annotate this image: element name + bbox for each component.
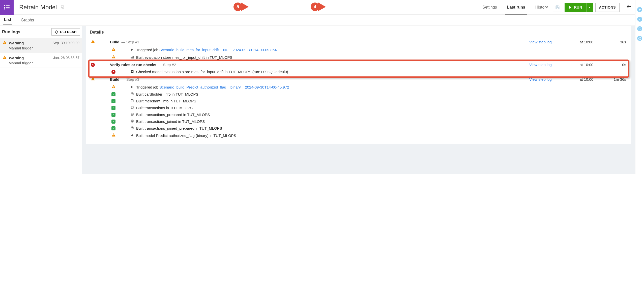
sub-row-text: Built merchant_info in TUT_MLOPS [136,99,196,103]
db-icon [130,112,134,117]
success-icon: ✓ [111,92,115,96]
tab-settings[interactable]: Settings [477,0,502,15]
svg-rect-18 [113,50,114,50]
back-arrow-icon[interactable] [623,4,635,11]
success-icon: ✓ [111,113,115,117]
step-duration: 36s [607,40,628,44]
rail-add-icon[interactable] [637,7,642,12]
run-logs-heading: Run logs [2,30,20,35]
svg-point-31 [131,93,133,93]
svg-point-36 [131,127,133,127]
run-dropdown-button[interactable] [586,3,593,12]
svg-marker-19 [131,48,133,51]
success-icon: ✓ [111,120,115,124]
subtab-list[interactable]: List [3,15,12,25]
step-name: Build [110,40,120,44]
db-icon [130,99,134,103]
warning-icon [3,40,7,45]
svg-rect-6 [62,6,64,8]
refresh-button[interactable]: REFRESH [51,28,80,36]
db-icon [130,126,134,130]
warning-icon [111,84,116,90]
play-icon [130,48,134,52]
svg-point-32 [131,99,133,100]
svg-rect-11 [5,42,5,43]
subtab-graphs[interactable]: Graphs [20,15,35,25]
step-sub-row: ✕Checked model evaluation store mes_for_… [89,68,629,75]
job-link[interactable]: Scenario_build_Predict_authorized_flag__… [159,85,289,89]
step-block: ✕Verify rules or run checks — Step #2Vie… [89,61,629,75]
step-time: at 10:00 [580,77,607,81]
job-link[interactable]: Scenario_build_mes_for_input_drift__NP__… [159,48,277,52]
svg-rect-14 [5,58,5,58]
tab-history[interactable]: History [530,0,553,15]
page-title: Retrain Model [19,4,57,11]
svg-rect-25 [131,70,133,73]
tab-last-runs[interactable]: Last runs [502,0,530,15]
warning-icon [111,47,116,52]
sub-row-text: Built cardholder_info in TUT_MLOPS [136,92,198,96]
success-icon: ✓ [111,106,115,110]
svg-rect-12 [5,43,5,43]
rail-clock-icon[interactable] [637,36,642,41]
sub-row-text: Triggered job Scenario_build_Predict_aut… [136,85,289,89]
view-step-log-link[interactable]: View step log [529,77,552,81]
step-sub-row: ✓Built transactions_joined in TUT_MLOPS [89,118,629,125]
step-name: Verify rules or run checks [110,63,156,67]
details-heading: Details [90,30,629,35]
run-log-item[interactable]: WarningJan. 26 08:38:57Manual trigger [0,53,82,68]
svg-marker-30 [131,86,133,88]
svg-rect-15 [93,41,93,42]
step-time: at 10:00 [580,63,607,67]
svg-rect-29 [113,87,114,88]
step-duration: 1m 36s [607,77,628,81]
step-sub-row: ✓Built transactions_joined_prepared in T… [89,125,629,132]
sub-row-text: Built transactions_prepared in TUT_MLOPS [136,112,210,117]
step-block: Build — Step #1View step logat 10:0036sT… [89,38,629,61]
step-suffix: — Step #1 [122,40,139,44]
save-button[interactable] [553,3,562,12]
sub-row-text: Built transactions_joined_prepared in TU… [136,126,222,130]
svg-rect-16 [93,42,93,42]
step-sub-row: Triggered job Scenario_build_mes_for_inp… [89,46,629,53]
group-icon [130,55,134,60]
svg-rect-23 [132,56,132,58]
sub-row-text: Triggered job Scenario_build_mes_for_inp… [136,48,277,52]
svg-rect-39 [131,134,133,136]
step-sub-row: ✓Built merchant_info in TUT_MLOPS [89,98,629,104]
sub-row-text: Built model Predict authorized_flag (bin… [136,133,236,138]
db-icon [130,92,134,96]
error-icon: ✕ [111,70,115,74]
hamburger-menu-icon[interactable] [0,0,14,15]
refresh-label: REFRESH [60,30,77,34]
run-log-item[interactable]: WarningSep. 30 10:00:09Manual trigger [0,38,82,53]
actions-button[interactable]: ACTIONS [595,3,620,12]
step-sub-row: Built evaluation store mes_for_input_dri… [89,53,629,61]
svg-rect-21 [113,58,114,58]
run-button-label: RUN [574,5,582,9]
rail-chat-icon[interactable] [637,26,642,31]
svg-rect-26 [93,78,93,79]
run-button[interactable]: RUN [565,3,586,12]
step-sub-row: Triggered job Scenario_build_Predict_aut… [89,83,629,91]
step-sub-row: ✓Built transactions_prepared in TUT_MLOP… [89,111,629,118]
svg-point-0 [4,5,5,6]
error-icon: ✕ [91,63,95,67]
step-name: Build [110,77,120,81]
success-icon: ✓ [111,99,115,103]
warning-icon [91,77,95,82]
run-log-title: Warning [9,41,50,45]
copy-icon[interactable] [60,5,65,10]
warning-icon [111,55,116,60]
view-step-log-link[interactable]: View step log [529,40,552,44]
svg-marker-9 [589,7,591,8]
warning-icon [3,55,7,60]
sub-row-text: Built evaluation store mes_for_input_dri… [136,55,232,60]
step-suffix: — Step #3 [122,77,139,81]
callout-5: 5 [233,3,249,11]
callout-4: 4 [311,3,326,11]
run-log-date: Sep. 30 10:00:09 [52,41,79,45]
view-step-log-link[interactable]: View step log [529,63,552,67]
step-duration: 0s [607,63,628,67]
rail-info-icon[interactable]: i [637,17,642,22]
